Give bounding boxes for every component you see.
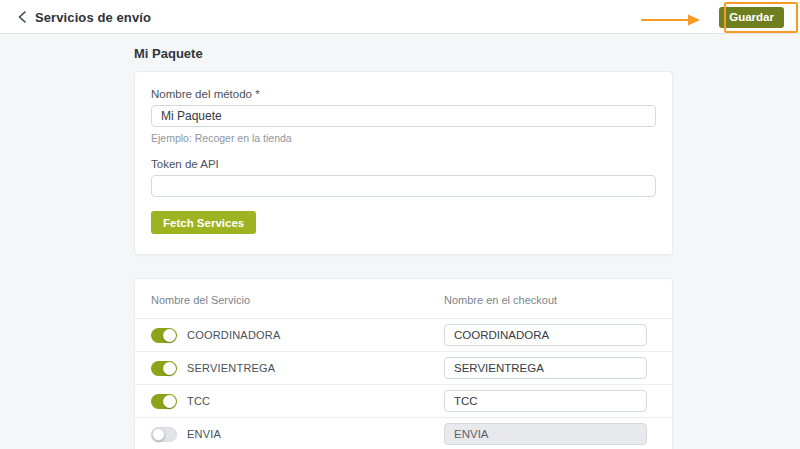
back-chevron-icon [18, 11, 26, 23]
service-row: COORDINADORA [135, 319, 672, 352]
service-name-label: ENVIA [187, 428, 221, 440]
api-token-input[interactable] [151, 175, 656, 197]
back-link[interactable]: Servicios de envío [18, 0, 151, 34]
service-row-left-cell: ENVIA [151, 427, 444, 442]
checkout-name-input[interactable] [444, 357, 647, 379]
fetch-services-button[interactable]: Fetch Services [151, 211, 256, 234]
column-header-checkout-name: Nombre en el checkout [444, 294, 656, 306]
annotation-arrow-icon [640, 12, 702, 28]
service-toggle[interactable] [151, 361, 177, 376]
toggle-knob [152, 428, 165, 441]
page-title: Servicios de envío [35, 10, 151, 25]
checkout-name-input[interactable] [444, 390, 647, 412]
section-title: Mi Paquete [134, 45, 673, 63]
service-name-label: COORDINADORA [187, 329, 280, 341]
checkout-name-input[interactable] [444, 324, 647, 346]
checkout-name-input [444, 423, 647, 445]
service-row: ENVIA [135, 418, 672, 449]
service-name-label: TCC [187, 395, 210, 407]
method-settings-card: Nombre del método * Ejemplo: Recoger en … [134, 71, 673, 255]
services-table-body: COORDINADORA SERVIENTREGA TCC ENVIA TEMP… [135, 319, 672, 449]
service-row-left-cell: COORDINADORA [151, 328, 444, 343]
page-header: Servicios de envío Guardar [0, 0, 800, 34]
service-name-label: SERVIENTREGA [187, 362, 275, 374]
method-name-helper: Ejemplo: Recoger en la tienda [151, 132, 656, 144]
services-table-card: Nombre del Servicio Nombre en el checkou… [134, 278, 673, 449]
services-table-header: Nombre del Servicio Nombre en el checkou… [135, 279, 672, 319]
method-name-label: Nombre del método * [151, 88, 656, 100]
save-button[interactable]: Guardar [719, 7, 784, 28]
api-token-label: Token de API [151, 158, 656, 170]
service-toggle[interactable] [151, 328, 177, 343]
service-toggle[interactable] [151, 427, 177, 442]
toggle-knob [163, 329, 176, 342]
main-content: Mi Paquete Nombre del método * Ejemplo: … [134, 45, 673, 449]
service-row: TCC [135, 385, 672, 418]
method-name-input[interactable] [151, 105, 656, 127]
service-row-left-cell: SERVIENTREGA [151, 361, 444, 376]
column-header-service-name: Nombre del Servicio [151, 294, 444, 306]
service-row: SERVIENTREGA [135, 352, 672, 385]
service-toggle[interactable] [151, 394, 177, 409]
toggle-knob [163, 362, 176, 375]
service-row-left-cell: TCC [151, 394, 444, 409]
toggle-knob [163, 395, 176, 408]
